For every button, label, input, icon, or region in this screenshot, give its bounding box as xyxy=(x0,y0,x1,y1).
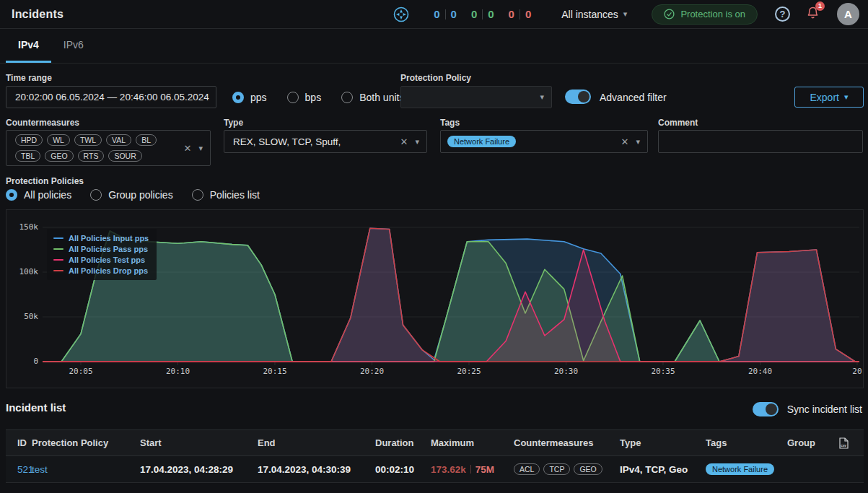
column-header-maximum[interactable]: Maximum xyxy=(426,430,509,456)
tags-multiselect[interactable]: Network Failure ✕ ▾ xyxy=(440,130,648,153)
countermeasure-tag[interactable]: GEO xyxy=(574,463,602,475)
page-title: Incidents xyxy=(12,8,63,21)
navigation-compass-icon[interactable] xyxy=(393,6,409,22)
legend-label: All Policies Pass pps xyxy=(69,245,148,253)
incident-max-bps: 75M xyxy=(475,464,494,475)
counter-value: 0 xyxy=(451,8,457,20)
radio-icon xyxy=(6,189,17,201)
countermeasure-tag[interactable]: BL xyxy=(136,134,157,146)
traffic-chart[interactable] xyxy=(43,217,859,366)
unit-radio-bps[interactable]: bps xyxy=(287,92,322,103)
tab-ipv6[interactable]: IPv6 xyxy=(51,29,96,63)
x-axis-tick-label: 20:35 xyxy=(645,367,681,376)
counter-value: 0 xyxy=(488,8,494,20)
x-axis-tick-label: 20:15 xyxy=(257,367,293,376)
column-header-protection-policy[interactable]: Protection Policy xyxy=(27,430,136,456)
table-row[interactable]: 521 test 17.04.2023, 04:28:29 17.04.2023… xyxy=(6,456,864,483)
incident-counter: 00 xyxy=(434,8,457,20)
export-button[interactable]: Export ▾ xyxy=(794,87,864,108)
legend-swatch xyxy=(53,248,63,250)
column-header-type[interactable]: Type xyxy=(615,430,701,456)
column-header-countermeasures[interactable]: Countermeasures xyxy=(509,430,615,456)
tag-chip[interactable]: Network Failure xyxy=(706,463,774,475)
radio-icon xyxy=(232,92,244,103)
ip-version-tabs: IPv4IPv6 xyxy=(0,29,868,64)
column-header-id[interactable]: ID xyxy=(6,430,27,456)
time-range-value: 20:02:00 06.05.2024 — 20:46:00 06.05.202… xyxy=(6,92,209,102)
column-header-tags[interactable]: Tags xyxy=(701,430,783,456)
legend-item[interactable]: All Policies Pass pps xyxy=(53,245,149,253)
traffic-chart-panel: All Policies Input ppsAll Policies Pass … xyxy=(6,209,864,388)
clear-icon[interactable]: ✕ xyxy=(400,136,408,147)
comment-input[interactable] xyxy=(658,130,863,153)
instances-dropdown[interactable]: All instances ▾ xyxy=(561,9,627,20)
chevron-down-icon[interactable]: ▾ xyxy=(415,137,419,147)
type-multiselect[interactable]: REX, SLOW, TCP, Spuff, ✕ ▾ xyxy=(224,130,427,153)
comment-label: Comment xyxy=(658,118,698,128)
protection-policy-select[interactable]: ▾ xyxy=(400,86,552,108)
units-radio-group: ppsbpsBoth units xyxy=(232,92,404,103)
countermeasure-tag[interactable]: TWL xyxy=(74,134,102,146)
legend-item[interactable]: All Policies Input pps xyxy=(53,234,149,243)
advanced-filter-label: Advanced filter xyxy=(600,92,667,103)
countermeasure-tag[interactable]: ACL xyxy=(514,463,540,475)
incidents-page: Incidents 000000 All instances ▾ Protect xyxy=(0,0,868,493)
clear-icon[interactable]: ✕ xyxy=(621,136,629,147)
tab-ipv4[interactable]: IPv4 xyxy=(6,29,51,63)
x-axis-tick-label: 20:30 xyxy=(548,367,584,376)
legend-item[interactable]: All Policies Test pps xyxy=(53,256,149,264)
legend-swatch xyxy=(53,237,63,240)
incident-policy-link[interactable]: test xyxy=(32,464,48,475)
sync-incident-list-toggle[interactable] xyxy=(753,402,779,416)
countermeasure-tag[interactable]: RTS xyxy=(78,150,105,162)
counter-value: 0 xyxy=(525,8,531,20)
counter-divider xyxy=(482,9,483,19)
policy-radio-all-policies[interactable]: All policies xyxy=(6,189,71,201)
legend-label: All Policies Input pps xyxy=(69,234,149,243)
incident-counter: 00 xyxy=(509,8,532,20)
legend-label: All Policies Drop pps xyxy=(69,266,148,275)
chart-legend: All Policies Input ppsAll Policies Pass … xyxy=(47,229,157,280)
x-axis-tick-label: 20 xyxy=(839,367,864,376)
help-icon[interactable]: ? xyxy=(775,6,790,22)
export-csv-icon[interactable]: csv xyxy=(833,430,864,456)
avatar[interactable]: A xyxy=(837,3,859,25)
radio-label: bps xyxy=(305,92,322,103)
countermeasure-tag[interactable]: TCP xyxy=(543,463,570,475)
column-header-duration[interactable]: Duration xyxy=(371,430,426,456)
chevron-down-icon[interactable]: ▾ xyxy=(198,144,203,153)
countermeasure-tag[interactable]: HPD xyxy=(15,134,43,146)
time-range-input[interactable]: 20:02:00 06.05.2024 — 20:46:00 06.05.202… xyxy=(6,86,216,108)
countermeasure-tag[interactable]: VAL xyxy=(106,134,131,146)
policy-radio-policies-list[interactable]: Policies list xyxy=(192,189,260,201)
radio-icon xyxy=(90,189,102,201)
legend-item[interactable]: All Policies Drop pps xyxy=(53,266,149,275)
chevron-down-icon: ▾ xyxy=(844,92,849,102)
policy-radio-group-policies[interactable]: Group policies xyxy=(90,189,173,201)
x-axis-tick-label: 20:05 xyxy=(63,367,99,376)
countermeasure-tag[interactable]: TBL xyxy=(15,150,40,162)
countermeasures-label: Countermeasures xyxy=(6,118,79,128)
countermeasure-tag[interactable]: SOUR xyxy=(108,150,141,162)
x-axis-tick-label: 20:25 xyxy=(451,367,487,376)
unit-radio-both-units[interactable]: Both units xyxy=(341,92,404,103)
clear-icon[interactable]: ✕ xyxy=(184,143,192,154)
notifications-button[interactable]: 1 xyxy=(806,6,820,23)
incident-counter: 00 xyxy=(471,8,494,20)
chevron-down-icon[interactable]: ▾ xyxy=(540,92,544,102)
y-axis-tick-label: 100k xyxy=(8,267,38,276)
tag-chip[interactable]: Network Failure xyxy=(447,136,516,147)
column-header-end[interactable]: End xyxy=(253,430,371,456)
column-header-group[interactable]: Group xyxy=(783,430,833,456)
instances-label: All instances xyxy=(561,9,618,20)
countermeasures-multiselect[interactable]: HPDWLTWLVALBLTBLGEORTSSOUR ✕ ▾ xyxy=(6,130,211,166)
column-header-start[interactable]: Start xyxy=(136,430,253,456)
countermeasure-tag[interactable]: WL xyxy=(47,134,70,146)
counter-value: 0 xyxy=(509,8,514,20)
incident-table: IDProtection PolicyStartEndDurationMaxim… xyxy=(6,429,864,483)
unit-radio-pps[interactable]: pps xyxy=(232,92,267,103)
countermeasure-tag[interactable]: GEO xyxy=(45,150,73,162)
protection-status-badge[interactable]: Protection is on xyxy=(652,4,758,25)
advanced-filter-toggle[interactable] xyxy=(565,90,591,104)
chevron-down-icon[interactable]: ▾ xyxy=(636,137,640,147)
